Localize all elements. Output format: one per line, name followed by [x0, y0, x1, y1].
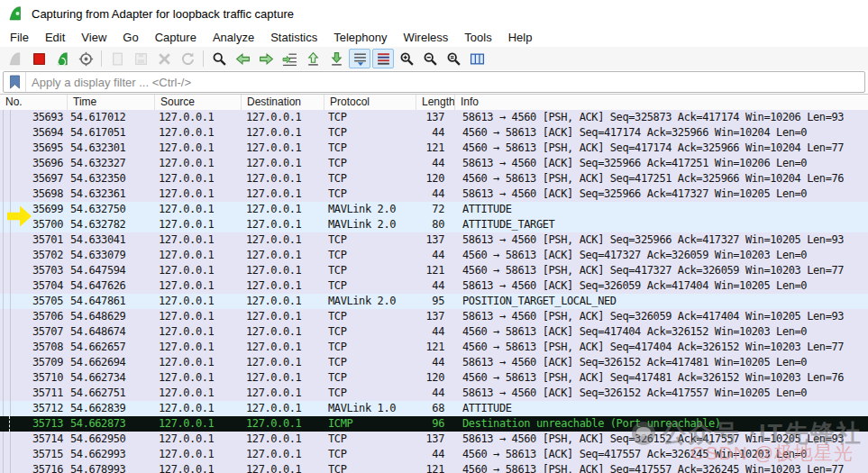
auto-scroll-button[interactable]: [349, 49, 370, 68]
column-header-no[interactable]: No.: [0, 95, 68, 111]
gear-icon: [78, 51, 94, 67]
table-row[interactable]: 3570854.662657127.0.0.1127.0.0.1TCP12145…: [0, 340, 868, 355]
table-row[interactable]: 3570754.648674127.0.0.1127.0.0.1TCP44456…: [0, 324, 868, 340]
cell-destination: 127.0.0.1: [242, 294, 324, 309]
table-row[interactable]: 3570954.662694127.0.0.1127.0.0.1TCP44586…: [0, 355, 868, 370]
zoom-in-button[interactable]: [396, 49, 417, 68]
table-row[interactable]: 3569954.632750127.0.0.1127.0.0.1MAVLink …: [0, 202, 868, 217]
cell-time: 54.632350: [68, 171, 155, 186]
menu-edit[interactable]: Edit: [37, 29, 73, 46]
cell-destination: 127.0.0.1: [242, 217, 324, 232]
table-row[interactable]: 3570054.632782127.0.0.1127.0.0.1MAVLink …: [0, 217, 868, 232]
table-row[interactable]: 3569654.632327127.0.0.1127.0.0.1TCP44586…: [0, 156, 868, 171]
table-row[interactable]: 3571054.662734127.0.0.1127.0.0.1TCP12045…: [0, 370, 868, 386]
table-row[interactable]: 3569454.617051127.0.0.1127.0.0.1TCP44456…: [0, 125, 868, 141]
bookmark-icon[interactable]: [4, 72, 26, 92]
wireshark-fin-icon: [8, 5, 24, 22]
cell-length: 44: [416, 156, 455, 171]
cell-protocol: TCP: [324, 309, 416, 324]
table-row[interactable]: 3570154.633041127.0.0.1127.0.0.1TCP13758…: [0, 232, 868, 248]
table-row[interactable]: 3569354.617012127.0.0.1127.0.0.1TCP13758…: [0, 110, 868, 125]
table-row[interactable]: 3569754.632350127.0.0.1127.0.0.1TCP12045…: [0, 171, 868, 186]
table-row[interactable]: 3571554.662993127.0.0.1127.0.0.1TCP44456…: [0, 447, 868, 462]
cell-destination: 127.0.0.1: [242, 248, 324, 263]
cell-protocol: TCP: [324, 462, 416, 473]
cell-info: ATTITUDE_TARGET: [455, 217, 868, 232]
menu-file[interactable]: File: [2, 29, 37, 46]
table-row[interactable]: 3570554.647861127.0.0.1127.0.0.1MAVLink …: [0, 294, 868, 309]
cell-source: 127.0.0.1: [155, 156, 242, 171]
column-header-protocol[interactable]: Protocol: [324, 95, 416, 111]
menu-tools[interactable]: Tools: [456, 29, 499, 46]
autoscroll-icon: [352, 51, 368, 67]
cell-info: 58613 → 4560 [PSH, ACK] Seq=326059 Ack=4…: [455, 309, 868, 324]
column-header-destination[interactable]: Destination: [242, 95, 324, 111]
cell-source: 127.0.0.1: [155, 386, 242, 401]
save-file-button: [130, 49, 151, 68]
fin-green-icon: [55, 51, 70, 67]
cell-time: 54.662993: [68, 447, 155, 462]
table-row[interactable]: 3569854.632361127.0.0.1127.0.0.1TCP44586…: [0, 186, 868, 202]
menu-capture[interactable]: Capture: [147, 29, 205, 46]
cell-no: 35716: [0, 462, 68, 473]
table-row[interactable]: 3570354.647594127.0.0.1127.0.0.1TCP12145…: [0, 263, 868, 278]
cell-time: 54.648674: [68, 324, 155, 340]
cell-no: 35712: [0, 401, 68, 416]
menu-telephony[interactable]: Telephony: [325, 29, 395, 46]
cell-length: 68: [416, 401, 455, 416]
table-row[interactable]: 3571454.662950127.0.0.1127.0.0.1TCP13758…: [0, 432, 868, 447]
cell-time: 54.662950: [68, 432, 155, 447]
cell-protocol: TCP: [324, 171, 416, 186]
cell-length: 120: [416, 370, 455, 386]
find-packet-button[interactable]: [208, 49, 230, 68]
cell-protocol: TCP: [324, 141, 416, 156]
cell-source: 127.0.0.1: [155, 263, 242, 278]
table-row[interactable]: 3571354.662873127.0.0.1127.0.0.1ICMP96De…: [0, 416, 868, 432]
cell-destination: 127.0.0.1: [242, 141, 324, 156]
cell-length: 121: [416, 263, 455, 278]
column-header-info[interactable]: Info: [455, 95, 868, 111]
colorize-button[interactable]: [372, 49, 394, 68]
zoom-reset-button[interactable]: [443, 49, 464, 68]
column-header-source[interactable]: Source: [155, 95, 242, 111]
go-first-button[interactable]: [302, 49, 324, 68]
go-forward-button[interactable]: [255, 49, 277, 68]
cell-time: 54.632750: [68, 202, 155, 217]
capture-options-button[interactable]: [75, 49, 96, 68]
menu-analyze[interactable]: Analyze: [205, 29, 262, 46]
table-row[interactable]: 3569554.632301127.0.0.1127.0.0.1TCP12145…: [0, 141, 868, 156]
cell-time: 54.632361: [68, 186, 155, 202]
column-header-time[interactable]: Time: [68, 95, 155, 111]
restart-capture-button[interactable]: [51, 49, 73, 68]
cell-time: 54.662751: [68, 386, 155, 401]
table-row[interactable]: 3571654.678993127.0.0.1127.0.0.1TCP12145…: [0, 462, 868, 473]
cell-protocol: MAVLink 2.0: [324, 202, 416, 217]
cell-source: 127.0.0.1: [155, 432, 242, 447]
column-header-length[interactable]: Length: [416, 95, 455, 111]
menu-help[interactable]: Help: [500, 29, 541, 46]
go-back-button[interactable]: [232, 49, 253, 68]
table-row[interactable]: 3570654.648629127.0.0.1127.0.0.1TCP13758…: [0, 309, 868, 324]
cell-source: 127.0.0.1: [155, 110, 242, 125]
go-last-button[interactable]: [325, 49, 347, 68]
menu-statistics[interactable]: Statistics: [262, 29, 325, 46]
cell-protocol: MAVLink 2.0: [324, 294, 416, 309]
resize-columns-button[interactable]: [466, 49, 488, 68]
zoom-out-button[interactable]: [419, 49, 441, 68]
display-filter-input[interactable]: Apply a display filter ... <Ctrl-/>: [3, 71, 865, 93]
table-row[interactable]: 3570254.633079127.0.0.1127.0.0.1TCP44456…: [0, 248, 868, 263]
stop-square-icon: [32, 51, 47, 67]
menu-go[interactable]: Go: [114, 29, 146, 46]
table-row[interactable]: 3570454.647626127.0.0.1127.0.0.1TCP44586…: [0, 278, 868, 294]
table-row[interactable]: 3571154.662751127.0.0.1127.0.0.1TCP44586…: [0, 386, 868, 401]
table-row[interactable]: 3571254.662839127.0.0.1127.0.0.1MAVLink …: [0, 401, 868, 416]
cell-info: 58613 → 4560 [PSH, ACK] Seq=325966 Ack=4…: [455, 232, 868, 248]
go-to-packet-button[interactable]: [279, 49, 300, 68]
stop-capture-button[interactable]: [28, 49, 50, 68]
cell-no: 35707: [0, 324, 68, 340]
window-title: Capturing from Adapter for loopback traf…: [32, 7, 294, 21]
menu-wireless[interactable]: Wireless: [395, 29, 456, 46]
cell-source: 127.0.0.1: [155, 294, 242, 309]
menu-view[interactable]: View: [73, 29, 114, 46]
magnifier-reset-icon: [446, 51, 461, 67]
